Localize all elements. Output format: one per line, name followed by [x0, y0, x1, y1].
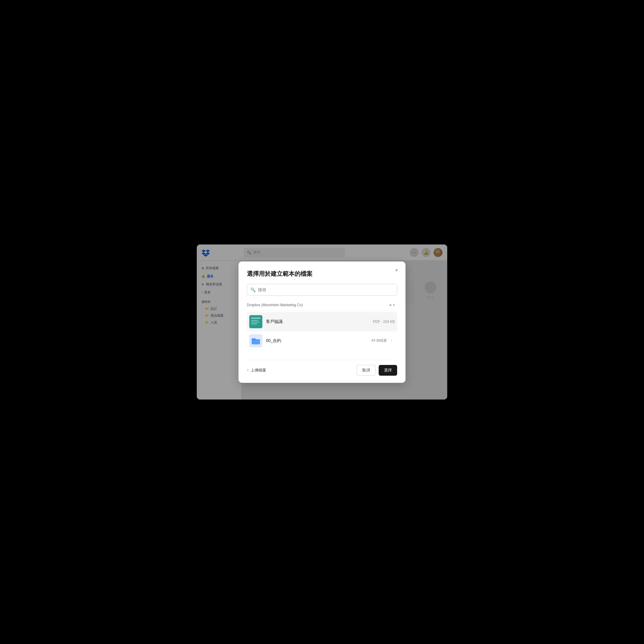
upload-icon: ↑ [247, 368, 249, 372]
folder-count: 49 個檔案 [371, 338, 387, 343]
file-name-folder: 00_合約 [266, 338, 368, 343]
file-meta-folder: 49 個檔案 › [371, 338, 395, 344]
footer-actions: 取消 選擇 [357, 365, 397, 376]
file-info-pdf: 客戶協議 [266, 319, 369, 324]
file-meta-pdf: PDF · 234 KB [373, 320, 395, 324]
file-size-pdf: PDF · 234 KB [373, 320, 395, 324]
close-icon: × [395, 268, 398, 273]
modal-dialog: × 選擇用於建立範本的檔案 🔍 Dropbox (Moonhelm Market… [239, 261, 405, 383]
modal-location-bar: Dropbox (Moonhelm Marketing Co) ≡ ∨ [247, 300, 397, 311]
file-info-folder: 00_合約 [266, 338, 368, 343]
modal-close-button[interactable]: × [392, 266, 401, 275]
modal-search-icon: 🔍 [250, 287, 256, 292]
modal-location-text: Dropbox (Moonhelm Marketing Co) [247, 303, 303, 307]
modal-sort-button[interactable]: ≡ ∨ [387, 302, 397, 308]
modal-overlay: × 選擇用於建立範本的檔案 🔍 Dropbox (Moonhelm Market… [197, 244, 447, 400]
upload-label: 上傳檔案 [251, 368, 266, 373]
file-item-pdf[interactable]: 客戶協議 PDF · 234 KB [247, 312, 397, 331]
folder-chevron-icon: › [389, 338, 395, 344]
modal-title: 選擇用於建立範本的檔案 [247, 270, 397, 278]
file-thumb-folder [249, 334, 262, 347]
upload-file-button[interactable]: ↑ 上傳檔案 [247, 368, 266, 373]
file-thumb-pdf [249, 315, 262, 328]
sort-lines-icon: ≡ [389, 303, 391, 307]
app-window: 🔍 搜尋 ⋯ 🔔 ⊞ 所有檔案 ✍ 簽名 [197, 244, 447, 400]
select-button[interactable]: 選擇 [379, 365, 397, 376]
cancel-button[interactable]: 取消 [357, 365, 376, 376]
file-name-pdf: 客戶協議 [266, 319, 369, 324]
sort-chevron-icon: ∨ [393, 303, 395, 306]
modal-footer: ↑ 上傳檔案 取消 選擇 [247, 360, 397, 376]
modal-search-input[interactable] [247, 284, 397, 296]
file-item-folder[interactable]: 00_合約 49 個檔案 › [247, 331, 397, 350]
modal-search-wrap: 🔍 [247, 284, 397, 296]
file-list: 客戶協議 PDF · 234 KB 00_合約 49 個檔案 › [247, 312, 397, 354]
